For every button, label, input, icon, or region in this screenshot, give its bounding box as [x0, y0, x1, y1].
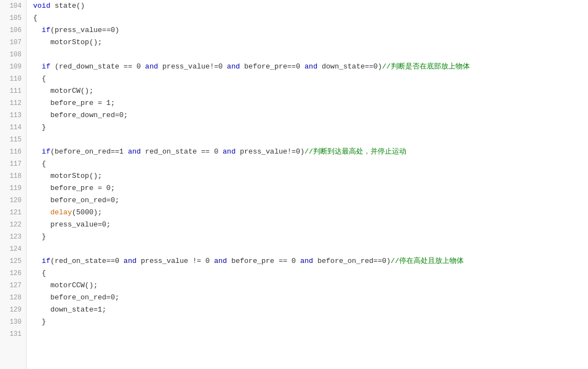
line-number: 119	[0, 182, 26, 194]
token-normal: {	[33, 73, 46, 85]
line-number: 109	[0, 61, 26, 73]
token-normal: state()	[50, 0, 84, 12]
token-normal: press_value!=0	[158, 61, 227, 73]
line-number: 125	[0, 255, 26, 267]
token-normal: (5000);	[72, 207, 102, 219]
line-number: 114	[0, 122, 26, 134]
code-line: {	[33, 158, 588, 170]
token-normal: press_value!=0)	[236, 146, 305, 158]
token-kw: if	[33, 61, 50, 73]
code-line: motorCCW();	[33, 280, 588, 292]
code-line: {	[33, 73, 588, 85]
token-normal: }	[33, 122, 46, 134]
token-normal: press_value != 0	[136, 255, 214, 267]
token-kw-and: and	[305, 61, 317, 73]
code-line: if(before_on_red==1 and red_on_state == …	[33, 146, 588, 158]
line-number: 128	[0, 292, 26, 304]
code-line: before_down_red=0;	[33, 109, 588, 122]
token-kw-and: and	[124, 255, 136, 267]
token-normal: motorStop();	[33, 36, 102, 49]
token-cm: //停在高处且放上物体	[391, 255, 464, 267]
token-kw: void	[33, 0, 50, 12]
code-editor: 1041051061071081091101111121131141151161…	[0, 0, 588, 369]
code-line: }	[33, 122, 588, 134]
code-line: void state()	[33, 0, 588, 12]
token-normal: down_state==0)	[317, 61, 382, 73]
token-fn-call: delay	[50, 207, 72, 219]
code-line: before_on_red=0;	[33, 194, 588, 207]
line-number: 121	[0, 207, 26, 219]
token-kw-and: and	[214, 255, 227, 267]
token-normal: }	[33, 231, 46, 243]
token-kw: if	[33, 146, 50, 158]
code-line: delay(5000);	[33, 207, 588, 219]
code-line: before_pre = 0;	[33, 182, 588, 194]
token-kw-and: and	[300, 255, 313, 267]
token-normal: motorCW();	[33, 85, 93, 97]
code-line	[33, 328, 588, 340]
code-line	[33, 134, 588, 146]
code-line: if(red_on_state==0 and press_value != 0 …	[33, 255, 588, 267]
token-normal: (red_on_state==0	[50, 255, 124, 267]
line-number: 129	[0, 304, 26, 316]
token-normal: {	[33, 12, 38, 24]
token-normal: motorCCW();	[33, 280, 98, 292]
token-normal: before_on_red=0;	[33, 194, 119, 207]
code-line: press_value=0;	[33, 219, 588, 231]
line-number: 110	[0, 73, 26, 85]
token-normal: {	[33, 267, 46, 280]
code-line: before_pre = 1;	[33, 97, 588, 109]
line-number: 115	[0, 134, 26, 146]
line-number: 111	[0, 85, 26, 97]
token-kw: if	[33, 255, 50, 267]
token-normal: before_on_red==0)	[313, 255, 390, 267]
token-kw-and: and	[145, 61, 158, 73]
token-normal: before_pre = 0;	[33, 182, 115, 194]
token-cm: //判断是否在底部放上物体	[382, 61, 470, 73]
line-number: 105	[0, 12, 26, 24]
token-kw-and: and	[128, 146, 141, 158]
code-line: motorStop();	[33, 36, 588, 49]
token-cm: //判断到达最高处，并停止运动	[305, 146, 407, 158]
token-kw-and: and	[223, 146, 235, 158]
line-number: 131	[0, 328, 26, 340]
code-content[interactable]: void state(){ if(press_value==0) motorSt…	[27, 0, 588, 369]
token-normal: before_on_red=0;	[33, 292, 119, 304]
token-normal: press_value=0;	[33, 219, 110, 231]
line-number: 130	[0, 316, 26, 328]
token-normal: (press_value==0)	[50, 24, 119, 36]
token-normal: }	[33, 316, 46, 328]
token-normal: (before_on_red==1	[50, 146, 128, 158]
code-line: {	[33, 267, 588, 280]
token-normal: before_pre==0	[240, 61, 305, 73]
line-number: 123	[0, 231, 26, 243]
token-normal: (red_down_state == 0	[50, 61, 145, 73]
code-line: motorStop();	[33, 170, 588, 182]
code-line	[33, 243, 588, 255]
code-line: }	[33, 231, 588, 243]
token-normal	[33, 207, 50, 219]
line-number: 113	[0, 109, 26, 122]
token-normal: motorStop();	[33, 170, 102, 182]
line-number: 117	[0, 158, 26, 170]
line-number: 122	[0, 219, 26, 231]
line-number: 104	[0, 0, 26, 12]
code-line: motorCW();	[33, 85, 588, 97]
line-number: 108	[0, 49, 26, 61]
line-numbers: 1041051061071081091101111121131141151161…	[0, 0, 27, 369]
line-number: 116	[0, 146, 26, 158]
token-normal: before_down_red=0;	[33, 109, 128, 122]
token-normal: {	[33, 158, 46, 170]
code-line	[33, 49, 588, 61]
line-number: 107	[0, 36, 26, 49]
line-number: 127	[0, 280, 26, 292]
code-line: }	[33, 316, 588, 328]
token-normal: before_pre = 1;	[33, 97, 115, 109]
code-line: if(press_value==0)	[33, 24, 588, 36]
code-line: down_state=1;	[33, 304, 588, 316]
code-line: {	[33, 12, 588, 24]
token-kw: if	[42, 24, 51, 36]
token-normal	[33, 24, 42, 36]
line-number: 120	[0, 194, 26, 207]
line-number: 124	[0, 243, 26, 255]
